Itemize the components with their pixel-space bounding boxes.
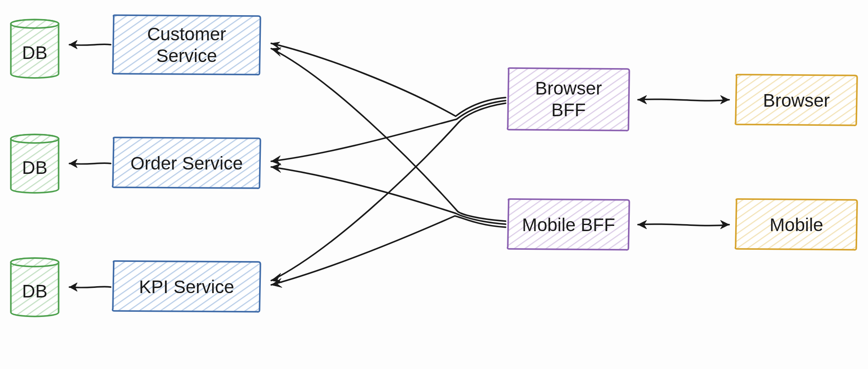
arrow-customer-to-db: [69, 40, 111, 49]
arrow-mobilebff-to-kpi: [271, 216, 506, 287]
architecture-diagram: DB DB DB Customer Service Order Service …: [0, 0, 868, 369]
db-kpi-label: DB: [22, 281, 47, 301]
arrow-kpi-to-db: [69, 283, 111, 291]
arrow-mobilebff-mobile: [638, 220, 729, 229]
arrow-order-to-db: [69, 159, 111, 168]
order-service-node: Order Service: [112, 137, 260, 188]
db-customer: DB: [11, 20, 59, 78]
kpi-service-node: KPI Service: [112, 261, 260, 312]
browser-bff-label-2: BFF: [551, 100, 585, 120]
db-customer-label: DB: [22, 42, 47, 63]
customer-service-label-1: Customer: [147, 24, 226, 44]
browser-client-label: Browser: [763, 90, 830, 111]
arrow-mobilebff-to-customer: [271, 48, 506, 221]
browser-bff-node: Browser BFF: [507, 68, 629, 131]
arrow-browserbff-to-customer: [271, 42, 506, 116]
mobile-bff-node: Mobile BFF: [507, 199, 629, 250]
arrow-browserbff-to-order: [271, 101, 506, 165]
db-kpi: DB: [11, 258, 59, 317]
browser-bff-label-1: Browser: [535, 78, 602, 98]
customer-service-node: Customer Service: [112, 15, 260, 75]
browser-client-node: Browser: [735, 75, 857, 125]
order-service-label: Order Service: [130, 153, 243, 173]
mobile-client-label: Mobile: [769, 215, 823, 235]
mobile-bff-label: Mobile BFF: [522, 215, 615, 235]
db-order-label: DB: [22, 157, 47, 178]
mobile-client-node: Mobile: [735, 199, 857, 250]
customer-service-label-2: Service: [156, 46, 217, 66]
kpi-service-label: KPI Service: [139, 277, 234, 297]
db-order: DB: [11, 134, 59, 193]
arrow-browserbff-browser: [638, 95, 729, 104]
